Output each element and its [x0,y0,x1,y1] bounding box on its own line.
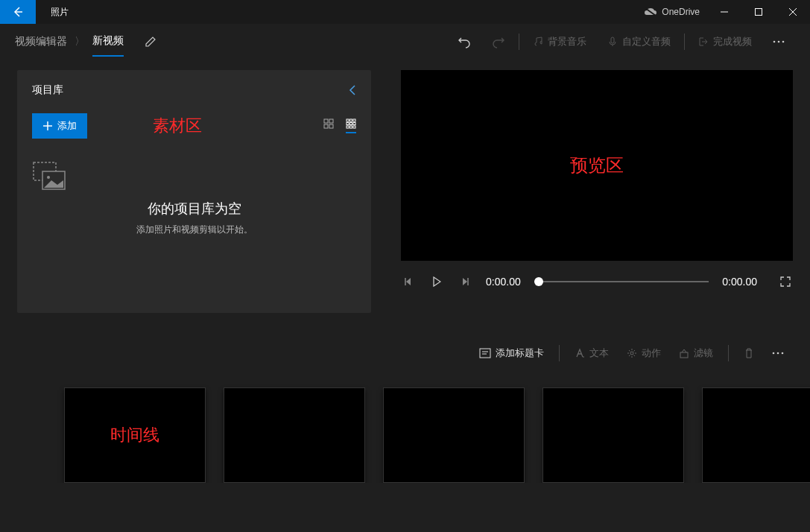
svg-point-33 [630,352,633,355]
maximize-button[interactable] [741,0,776,24]
close-button[interactable] [776,0,810,24]
svg-rect-13 [324,124,328,128]
empty-state: 你的项目库为空 添加照片和视频剪辑以开始。 [32,161,356,236]
svg-rect-16 [350,119,352,121]
motion-label: 动作 [642,346,661,360]
svg-point-6 [773,41,776,43]
onedrive-label: OneDrive [662,7,700,17]
step-back-icon [404,277,413,286]
grid-large-icon [323,118,334,129]
svg-rect-5 [611,37,614,43]
filter-icon [679,348,689,358]
media-placeholder-icon [32,161,356,191]
timeline-clip[interactable] [224,387,365,483]
header: 视频编辑器 〉 新视频 背景音乐 自定义音频 完成视频 [0,24,810,60]
mic-icon [607,37,618,47]
bg-music-button[interactable]: 背景音乐 [522,27,597,57]
annotation-timeline: 时间线 [110,424,159,446]
edit-name-button[interactable] [145,36,156,48]
play-icon [432,276,441,287]
text-button[interactable]: 文本 [566,340,618,367]
redo-button[interactable] [481,27,516,57]
timeline-clip[interactable] [542,387,684,483]
breadcrumb-root[interactable]: 视频编辑器 [15,35,67,48]
timeline-clip[interactable] [702,387,810,483]
svg-point-7 [778,41,780,43]
onedrive-status[interactable]: OneDrive [644,7,700,17]
breadcrumb-current[interactable]: 新视频 [92,34,124,57]
chevron-right-icon: 〉 [75,35,85,48]
arrow-left-icon [12,6,24,18]
play-button[interactable] [429,274,444,289]
timeline-toolbar: 添加标题卡 文本 动作 滤镜 [0,335,810,371]
maximize-icon [755,8,762,16]
filter-button[interactable]: 滤镜 [670,340,722,367]
prev-frame-button[interactable] [401,274,416,289]
finish-label: 完成视频 [713,35,752,48]
app-title: 照片 [51,6,69,19]
timeline-more-button[interactable] [763,340,793,367]
library-title: 项目库 [32,83,63,97]
view-large-button[interactable] [323,118,334,133]
svg-rect-19 [350,123,352,125]
motion-button[interactable]: 动作 [618,340,670,367]
pencil-icon [145,36,156,48]
undo-button[interactable] [447,27,481,57]
add-title-card-button[interactable]: 添加标题卡 [470,340,553,367]
header-more-button[interactable] [762,27,795,57]
svg-rect-2 [756,9,762,16]
title-card-icon [479,348,491,358]
custom-audio-button[interactable]: 自定义音频 [597,27,681,57]
titlebar: 照片 OneDrive [0,0,810,24]
add-label: 添加 [57,119,77,133]
main-area: 项目库 添加 素材区 你的项目库为空 [0,60,810,329]
fullscreen-button[interactable] [778,274,793,289]
collapse-button[interactable] [349,85,356,95]
finish-video-button[interactable]: 完成视频 [688,27,762,57]
grid-small-icon [346,118,356,129]
svg-rect-12 [329,119,333,123]
annotation-material: 素材区 [153,115,202,137]
view-small-button[interactable] [346,118,356,133]
current-time: 0:00.00 [486,276,521,288]
export-icon [698,37,709,47]
svg-rect-23 [353,126,355,128]
more-icon [773,40,785,43]
slider-thumb[interactable] [534,277,543,286]
timeline[interactable]: 时间线 [0,371,810,483]
next-frame-button[interactable] [458,274,472,289]
annotation-preview: 预览区 [570,153,624,177]
timeline-clip[interactable]: 时间线 [64,387,206,483]
custom-audio-label: 自定义音频 [622,35,671,48]
breadcrumb: 视频编辑器 〉 新视频 [15,27,156,57]
svg-rect-14 [329,124,333,128]
svg-point-8 [782,41,785,43]
plus-icon [42,121,53,131]
svg-rect-18 [347,123,349,125]
video-preview[interactable]: 预览区 [401,70,793,261]
more-icon [772,352,784,355]
total-time: 0:00.00 [722,276,757,288]
empty-title: 你的项目库为空 [32,200,356,218]
svg-point-26 [47,176,50,179]
back-button[interactable] [0,0,36,24]
player-controls: 0:00.00 0:00.00 [401,274,793,289]
svg-rect-17 [353,119,355,121]
library-panel: 项目库 添加 素材区 你的项目库为空 [0,60,371,329]
empty-subtitle: 添加照片和视频剪辑以开始。 [32,224,356,236]
svg-rect-15 [347,119,349,121]
close-icon [789,8,797,16]
minimize-button[interactable] [707,0,741,24]
text-label: 文本 [589,346,609,360]
header-actions: 背景音乐 自定义音频 完成视频 [447,27,795,57]
add-media-button[interactable]: 添加 [32,113,87,139]
undo-icon [458,35,471,48]
title-card-label: 添加标题卡 [496,346,544,360]
cloud-offline-icon [644,7,657,16]
trash-icon [744,348,754,358]
seek-slider[interactable] [534,281,709,282]
delete-button[interactable] [735,340,763,367]
timeline-clip[interactable] [383,387,525,483]
svg-point-37 [782,352,784,355]
bg-music-label: 背景音乐 [548,35,586,48]
